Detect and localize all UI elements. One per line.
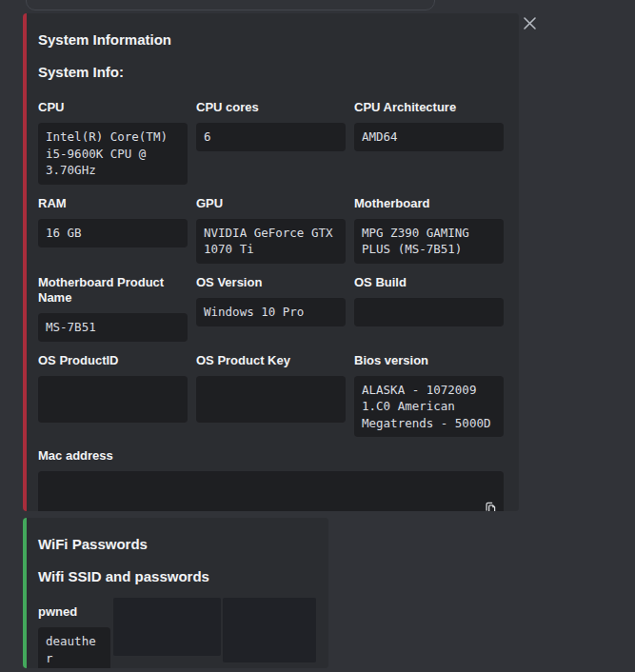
field-value[interactable]: deauther <box>38 627 110 668</box>
field-value[interactable] <box>196 376 346 423</box>
embed-title: System Information <box>38 30 504 49</box>
field-label: Mac address <box>38 448 504 464</box>
field-label: GPU <box>196 196 346 211</box>
field-label: OS Version <box>196 275 346 290</box>
field-value[interactable]: MS-7B51 <box>38 313 188 342</box>
close-button[interactable] <box>518 11 541 34</box>
field-ram: RAM 16 GB <box>38 196 188 264</box>
redacted-box <box>223 598 316 662</box>
field-value[interactable]: MPG Z390 GAMING PLUS (MS-7B51) <box>354 219 504 264</box>
field-value[interactable]: Intel(R) Core(TM) i5-9600K CPU @ 3.70GHz <box>38 123 188 185</box>
embed-subtitle: Wifi SSID and passwords <box>38 567 317 586</box>
wifi-passwords-embed: WiFi Passwords Wifi SSID and passwords p… <box>23 518 328 668</box>
field-value[interactable] <box>38 471 504 511</box>
field-motherboard-product-name: Motherboard Product Name MS-7B51 <box>38 275 188 342</box>
close-icon <box>523 16 537 30</box>
field-label: CPU Architecture <box>354 100 504 115</box>
copy-button[interactable] <box>480 492 499 511</box>
field-label: OS ProductID <box>38 353 188 368</box>
field-value[interactable]: Windows 10 Pro <box>196 298 346 326</box>
field-cpu-architecture: CPU Architecture AMD64 <box>354 100 504 185</box>
field-cpu-cores: CPU cores 6 <box>196 100 346 185</box>
field-os-build: OS Build <box>354 275 504 342</box>
field-cpu: CPU Intel(R) Core(TM) i5-9600K CPU @ 3.7… <box>38 100 188 185</box>
field-label: OS Build <box>354 275 504 290</box>
field-label: CPU cores <box>196 100 346 115</box>
system-information-embed: System Information System Info: CPU Inte… <box>23 13 519 511</box>
field-label: Motherboard <box>354 196 504 211</box>
field-gpu: GPU NVIDIA GeForce GTX 1070 Ti <box>196 196 346 264</box>
field-motherboard: Motherboard MPG Z390 GAMING PLUS (MS-7B5… <box>354 196 504 264</box>
field-value[interactable]: AMD64 <box>354 123 504 151</box>
field-label: Motherboard Product Name <box>38 275 188 306</box>
redacted-box <box>113 598 221 656</box>
field-value[interactable] <box>38 376 188 423</box>
field-os-productid: OS ProductID <box>38 353 188 438</box>
field-label: CPU <box>38 100 188 115</box>
system-fields-grid: CPU Intel(R) Core(TM) i5-9600K CPU @ 3.7… <box>38 100 504 511</box>
wifi-row: pwned deauther <box>38 598 317 668</box>
field-label: Bios version <box>354 353 504 368</box>
field-value[interactable] <box>354 298 504 326</box>
field-value[interactable]: NVIDIA GeForce GTX 1070 Ti <box>196 219 346 264</box>
field-label: RAM <box>38 196 188 211</box>
field-os-product-key: OS Product Key <box>196 353 346 438</box>
field-value[interactable]: 6 <box>196 123 346 151</box>
field-label: pwned <box>38 604 110 620</box>
field-value[interactable]: ALASKA - 1072009 1.C0 American Megatrend… <box>354 376 504 438</box>
field-value[interactable]: 16 GB <box>38 219 188 247</box>
previous-message-outline <box>26 0 435 10</box>
embed-subtitle: System Info: <box>38 63 504 82</box>
field-label: OS Product Key <box>196 353 346 368</box>
field-pwned: pwned deauther <box>38 604 110 668</box>
field-bios-version: Bios version ALASKA - 1072009 1.C0 Ameri… <box>354 353 504 438</box>
field-os-version: OS Version Windows 10 Pro <box>196 275 346 342</box>
copy-icon <box>480 471 499 511</box>
field-mac-address: Mac address <box>38 448 504 511</box>
embed-title: WiFi Passwords <box>38 535 317 554</box>
